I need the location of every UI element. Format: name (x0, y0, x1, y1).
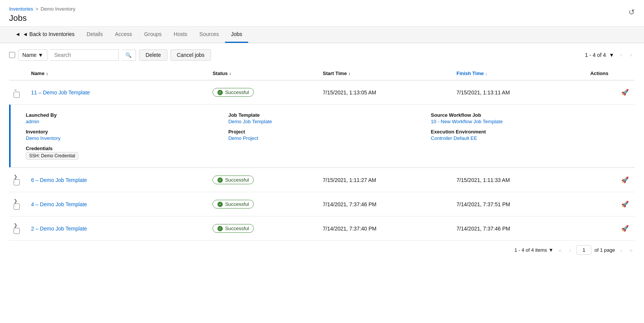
job-template-link[interactable]: Demo Job Template (228, 119, 272, 124)
row-expand-button[interactable]: ❯ (14, 223, 19, 228)
tab-sources[interactable]: Sources (193, 27, 225, 43)
cancel-jobs-button[interactable]: Cancel jobs (170, 49, 211, 61)
pagination-text: 1 - 4 of 4 (585, 52, 606, 58)
tab-back-to-inventories[interactable]: ◄ ◄ Back to Inventories (9, 27, 81, 43)
last-page-button[interactable]: » (627, 246, 635, 255)
jobs-table: Name↕ Status↕ Start Time↕ Finish Time↓ A… (9, 67, 635, 241)
expanded-content: Launched By admin Job Template Demo Job … (9, 105, 635, 167)
status-badge: ✓ Successful (213, 88, 254, 97)
start-time-cell: 7/14/2021, 7:37:40 PM (318, 216, 452, 241)
launch-button[interactable]: 🚀 (620, 87, 630, 97)
status-badge: ✓ Successful (213, 176, 254, 184)
actions-cell: 🚀 (586, 168, 635, 192)
credential-tag: SSH: Demo Credential (26, 152, 78, 160)
row-checkbox[interactable] (14, 228, 20, 234)
job-name-link[interactable]: 2 – Demo Job Template (31, 226, 87, 232)
inventory-label: Inventory (26, 129, 221, 135)
start-time-cell: 7/14/2021, 7:37:46 PM (318, 192, 452, 216)
launch-button[interactable]: 🚀 (620, 199, 630, 209)
first-page-button[interactable]: « (556, 246, 564, 255)
source-workflow-label: Source Workflow Job (431, 112, 626, 118)
history-icon[interactable]: ↺ (628, 8, 635, 17)
execution-env-label: Execution Environment (431, 129, 626, 135)
execution-env-link[interactable]: Controller Default EE (431, 135, 477, 141)
project-value: Demo Project (228, 135, 424, 141)
breadcrumb-separator: > (36, 6, 39, 12)
job-name-link[interactable]: 11 – Demo Job Template (31, 89, 90, 96)
job-status-cell: ✓ Successful (208, 168, 318, 192)
items-count-text: 1 - 4 of 4 items (514, 247, 547, 253)
status-dot-icon: ✓ (217, 177, 223, 183)
row-checkbox[interactable] (14, 179, 20, 185)
filter-label: Name (22, 52, 36, 58)
select-all-checkbox[interactable] (9, 52, 15, 58)
table-row: ❯ 4 – Demo Job Template ✓ Successful 7/1… (9, 192, 635, 216)
search-input[interactable] (50, 49, 119, 61)
launch-button[interactable]: 🚀 (620, 223, 630, 234)
filter-dropdown[interactable]: Name ▼ (18, 49, 47, 61)
tab-groups[interactable]: Groups (138, 27, 168, 43)
delete-button[interactable]: Delete (139, 49, 167, 61)
page-title: Jobs (9, 13, 635, 23)
job-name-link[interactable]: 4 – Demo Job Template (31, 201, 87, 207)
tab-details[interactable]: Details (81, 27, 109, 43)
project-item: Project Demo Project (228, 129, 424, 141)
next-page-button[interactable]: › (627, 50, 635, 60)
execution-env-item: Execution Environment Controller Default… (431, 129, 626, 141)
inventory-link[interactable]: Demo Inventory (26, 135, 61, 141)
col-header-status[interactable]: Status↕ (208, 67, 318, 80)
source-workflow-link[interactable]: 10 - New Workflow Job Template (431, 119, 503, 124)
finish-sort-icon: ↓ (485, 71, 488, 76)
tab-jobs[interactable]: Jobs (225, 27, 249, 43)
status-badge: ✓ Successful (213, 200, 254, 209)
row-expand-button[interactable]: ❯ (14, 198, 19, 204)
row-checkbox[interactable] (14, 204, 20, 210)
search-button[interactable]: 🔍 (122, 50, 136, 61)
bottom-next-page-button[interactable]: › (618, 246, 625, 255)
job-status-cell: ✓ Successful (208, 80, 318, 105)
of-page-text: of 1 page (594, 247, 615, 253)
start-time-cell: 7/15/2021, 1:13:05 AM (318, 80, 452, 105)
bottom-pagination: 1 - 4 of 4 items ▼ « ‹ of 1 page › » (9, 241, 635, 256)
prev-page-button[interactable]: ‹ (617, 50, 625, 60)
nav-tabs: ◄ ◄ Back to Inventories Details Access G… (0, 27, 644, 43)
launched-by-label: Launched By (26, 112, 221, 118)
finish-time-cell: 7/15/2021, 1:11:33 AM (452, 168, 586, 192)
tab-hosts[interactable]: Hosts (168, 27, 194, 43)
items-dropdown-icon: ▼ (549, 247, 553, 253)
expanded-details-cell: Launched By admin Job Template Demo Job … (9, 105, 635, 168)
tab-access[interactable]: Access (109, 27, 138, 43)
row-checkbox[interactable] (14, 92, 20, 98)
pagination-dropdown-icon[interactable]: ▼ (609, 52, 614, 58)
actions-cell: 🚀 (586, 216, 635, 241)
job-name-cell: 4 – Demo Job Template (27, 192, 208, 216)
name-sort-icon: ↕ (46, 71, 48, 76)
table-row: ❯ 2 – Demo Job Template ✓ Successful 7/1… (9, 216, 635, 241)
start-time-cell: 7/15/2021, 1:11:27 AM (318, 168, 452, 192)
bottom-prev-page-button[interactable]: ‹ (567, 246, 574, 255)
inventory-item: Inventory Demo Inventory (26, 129, 221, 141)
job-template-label: Job Template (228, 112, 424, 118)
source-workflow-value: 10 - New Workflow Job Template (431, 119, 626, 124)
table-row: ⌄ 11 – Demo Job Template ✓ Successful 7/… (9, 80, 635, 105)
launch-button[interactable]: 🚀 (620, 175, 630, 185)
job-name-cell: 6 – Demo Job Template (27, 168, 208, 192)
job-name-cell: 2 – Demo Job Template (27, 216, 208, 241)
col-header-start-time[interactable]: Start Time↕ (318, 67, 452, 80)
job-name-link[interactable]: 6 – Demo Job Template (31, 177, 87, 183)
col-header-name[interactable]: Name↕ (27, 67, 208, 80)
actions-cell: 🚀 (586, 192, 635, 216)
launched-by-link[interactable]: admin (26, 119, 39, 124)
breadcrumb-current: Demo Inventory (41, 6, 75, 12)
breadcrumb-parent[interactable]: Inventories (9, 6, 33, 12)
page-number-input[interactable] (576, 245, 591, 255)
job-template-value: Demo Job Template (228, 119, 424, 124)
job-status-cell: ✓ Successful (208, 192, 318, 216)
items-per-page[interactable]: 1 - 4 of 4 items ▼ (514, 247, 553, 253)
execution-env-value: Controller Default EE (431, 135, 626, 141)
row-expand-button[interactable]: ⌄ (14, 86, 19, 92)
project-link[interactable]: Demo Project (228, 135, 258, 141)
launched-by-item: Launched By admin (26, 112, 221, 124)
row-expand-button[interactable]: ❯ (14, 174, 19, 179)
col-header-finish-time[interactable]: Finish Time↓ (452, 67, 586, 80)
